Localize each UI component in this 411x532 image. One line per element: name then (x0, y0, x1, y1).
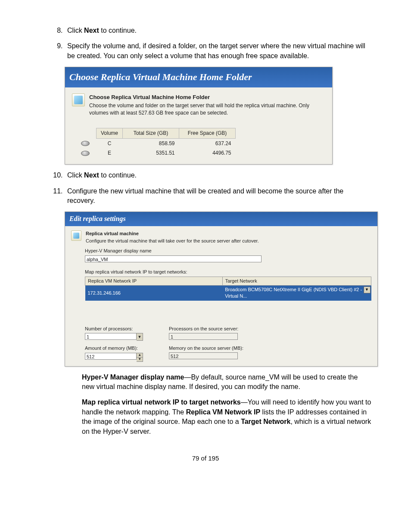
cell-target-network[interactable]: Broadcom BCM5708C NetXtreme II GigE (NDI… (222, 286, 371, 301)
memory-stepper[interactable]: 512 ▴ ▾ (85, 353, 143, 362)
desc-term: Hyper-V Manager display name (82, 373, 184, 381)
map-network-label: Map replica virtual network IP to target… (85, 269, 371, 275)
step-11: Configure the new virtual machine that w… (65, 187, 372, 206)
col-free-space[interactable]: Free Space (GB) (179, 128, 236, 138)
desc-term: Replica VM Network IP (186, 408, 261, 416)
step8-bold: Next (84, 27, 99, 34)
desc-term: Target Network (241, 418, 290, 425)
col-replica-ip[interactable]: Replica VM Network IP (85, 277, 223, 285)
step11-text: Configure the new virtual machine that w… (67, 187, 343, 204)
desc-term: Map replica virtual network IP to target… (82, 398, 241, 406)
table-row[interactable]: C 858.59 637.24 (72, 138, 236, 148)
volume-table: Volume Total Size (GB) Free Space (GB) C… (72, 128, 325, 158)
memory-value: 512 (85, 353, 137, 360)
vol-letter: C (97, 138, 123, 148)
chevron-down-icon[interactable]: ▼ (364, 286, 371, 293)
step8-prefix: Click (67, 27, 84, 34)
step-8: Click Next to continue. (65, 26, 372, 35)
wizard-icon (72, 93, 85, 106)
hv-display-name-label: Hyper-V Manager display name (85, 248, 371, 254)
wizard-icon (71, 230, 81, 241)
hv-display-name-input[interactable]: alpha_VM (85, 255, 262, 262)
dialog-title-bar: Choose Replica Virtual Machine Home Fold… (65, 67, 332, 87)
vol-size: 858.59 (123, 138, 179, 148)
memory-label: Amount of memory (MB): (85, 345, 143, 352)
vol-size: 5351.51 (123, 148, 179, 158)
disk-icon (81, 141, 90, 146)
network-map-table: Replica VM Network IP Target Network 172… (85, 277, 371, 301)
vol-free: 4496.75 (179, 148, 236, 158)
desc-map-network: Map replica virtual network IP to target… (82, 398, 372, 436)
page-footer: 79 of 195 (39, 454, 372, 463)
num-processors-label: Number of processors: (85, 326, 143, 332)
source-processors-label: Processors on the source server: (169, 326, 243, 332)
step-10: Click Next to continue. (65, 171, 372, 180)
source-processors-value: 1 (169, 333, 238, 340)
vol-free: 637.24 (179, 138, 236, 148)
target-network-value: Broadcom BCM5708C NetXtreme II GigE (NDI… (225, 287, 362, 299)
step-9: Specify the volume and, if desired a fol… (65, 41, 372, 61)
chevron-down-icon[interactable]: ▼ (137, 333, 143, 341)
table-row[interactable]: 172.31.246.166 Broadcom BCM5708C NetXtre… (85, 286, 371, 301)
vol-letter: E (97, 148, 123, 158)
screenshot-edit-replica: Edit replica settings Replica virtual ma… (65, 212, 378, 366)
source-memory-value: 512 (169, 352, 238, 359)
screenshot-choose-folder: Choose Replica Virtual Machine Home Fold… (65, 67, 333, 165)
step9-text: Specify the volume and, if desired a fol… (67, 42, 365, 59)
desc-hv-name: Hyper-V Manager display name—By default,… (82, 373, 372, 392)
step8-suffix: to continue. (99, 27, 137, 34)
source-memory-label: Memory on the source server (MB): (169, 345, 243, 352)
step10-suffix: to continue. (99, 171, 137, 179)
col-target-network[interactable]: Target Network (222, 277, 371, 285)
disk-icon (81, 151, 90, 156)
panel-heading: Choose Replica Virtual Machine Home Fold… (89, 93, 325, 101)
num-processors-select[interactable]: 1 ▼ (85, 333, 143, 341)
panel-desc: Configure the virtual machine that will … (86, 238, 259, 244)
table-row[interactable]: E 5351.51 4496.75 (72, 148, 236, 158)
num-processors-value: 1 (85, 333, 137, 340)
dialog-title: Choose Replica Virtual Machine Home Fold… (69, 72, 252, 82)
dialog-title-bar: Edit replica settings (65, 212, 377, 226)
dialog-title: Edit replica settings (69, 215, 126, 222)
col-total-size[interactable]: Total Size (GB) (123, 128, 179, 138)
col-volume[interactable]: Volume (97, 128, 123, 138)
step10-bold: Next (84, 171, 99, 179)
chevron-down-icon[interactable]: ▾ (137, 358, 143, 362)
panel-heading: Replica virtual machine (86, 230, 259, 237)
cell-replica-ip: 172.31.246.166 (85, 286, 223, 301)
step10-prefix: Click (67, 171, 84, 179)
panel-desc: Choose the volume and folder on the targ… (89, 102, 325, 117)
